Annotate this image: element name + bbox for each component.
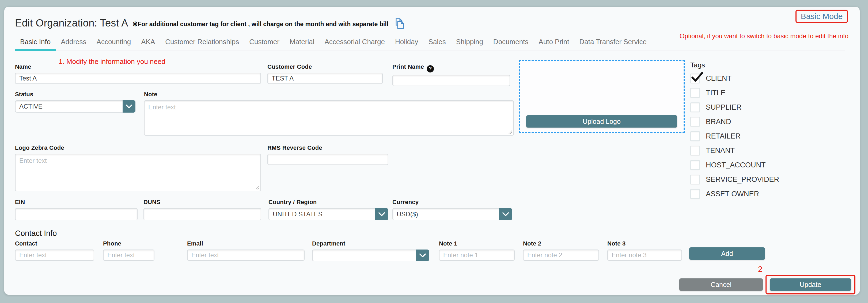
note3-label: Note 3 (607, 240, 682, 247)
step2-annotation: 2 (758, 265, 763, 274)
title-note: ※For additional customer tag for client … (132, 19, 389, 28)
currency-select[interactable]: USD($) (392, 208, 512, 221)
tag-checkbox-host-account[interactable] (690, 160, 700, 170)
note1-label: Note 1 (439, 240, 515, 247)
department-select[interactable] (312, 249, 429, 261)
note-textarea-wrap (144, 100, 514, 136)
tag-row-client[interactable]: CLIENT (690, 73, 779, 83)
tag-label-tenant: TENANT (706, 146, 735, 155)
phone-input[interactable] (103, 249, 154, 261)
rms-reverse-code-input[interactable] (268, 154, 389, 165)
note2-input[interactable] (523, 249, 599, 261)
page-title: Edit Organization: Test A (15, 18, 128, 29)
tag-label-asset-owner: ASSET OWNER (706, 190, 759, 198)
tag-row-supplier[interactable]: SUPPLIER (690, 102, 779, 112)
tag-row-tenant[interactable]: TENANT (690, 146, 779, 156)
country-select[interactable]: UNITED STATES (269, 208, 388, 221)
tags-section: Tags CLIENT TITLE SUPPLIER BRAND RETAILE… (690, 61, 779, 204)
chevron-down-icon[interactable] (499, 208, 512, 221)
logo-zebra-code-textarea[interactable] (15, 154, 261, 191)
customer-code-field-group: Customer Code (268, 63, 383, 84)
copy-icon[interactable] (393, 18, 405, 30)
tab-accounting[interactable]: Accounting (92, 33, 136, 50)
tag-row-title[interactable]: TITLE (690, 88, 779, 98)
add-contact-button[interactable]: Add (689, 247, 765, 260)
name-field-group: Name (15, 63, 261, 84)
rms-reverse-code-field-group: RMS Reverse Code (268, 144, 389, 165)
edit-organization-panel: Edit Organization: Test A ※For additiona… (4, 7, 860, 295)
tag-row-service-provider[interactable]: SERVICE_PROVIDER (690, 175, 779, 184)
tag-checkbox-supplier[interactable] (690, 102, 700, 112)
tab-holiday[interactable]: Holiday (390, 33, 424, 50)
tag-label-retailer: RETAILER (706, 132, 741, 140)
tab-material[interactable]: Material (284, 33, 319, 50)
tag-row-asset-owner[interactable]: ASSET OWNER (690, 189, 779, 199)
tab-address[interactable]: Address (56, 33, 91, 50)
note-label: Note (144, 91, 514, 98)
name-input[interactable] (15, 73, 261, 84)
chevron-down-icon[interactable] (375, 208, 388, 221)
tab-customer-relationships[interactable]: Customer Relationships (160, 33, 244, 50)
tag-checkbox-retailer[interactable] (690, 131, 700, 141)
basic-mode-link[interactable]: Basic Mode (801, 12, 843, 21)
note3-field-group: Note 3 (607, 240, 682, 261)
tag-checkbox-asset-owner[interactable] (690, 189, 700, 199)
duns-input[interactable] (144, 208, 261, 221)
ein-label: EIN (15, 199, 137, 206)
country-value: UNITED STATES (273, 210, 322, 218)
tab-basic-info[interactable]: Basic Info (15, 33, 56, 50)
update-button[interactable]: Update (770, 278, 851, 291)
tab-auto-print[interactable]: Auto Print (533, 33, 574, 50)
tag-row-brand[interactable]: BRAND (690, 117, 779, 127)
tab-accessorial-charge[interactable]: Accessorial Charge (319, 33, 390, 50)
tag-checkbox-tenant[interactable] (690, 146, 700, 156)
contact-info-heading: Contact Info (15, 229, 57, 238)
note1-input[interactable] (439, 249, 515, 261)
tag-row-host-account[interactable]: HOST_ACCOUNT (690, 160, 779, 170)
tag-row-retailer[interactable]: RETAILER (690, 131, 779, 141)
status-select[interactable]: ACTIVE (15, 100, 135, 112)
logo-upload-dropzone[interactable]: Upload Logo (519, 60, 685, 133)
email-field-group: Email (187, 240, 305, 261)
help-icon[interactable]: ? (427, 65, 434, 72)
tag-checkbox-brand[interactable] (690, 117, 700, 127)
phone-label: Phone (103, 240, 154, 247)
chevron-down-icon[interactable] (123, 100, 135, 112)
department-label: Department (312, 240, 429, 247)
tag-checkbox-client[interactable] (690, 73, 700, 83)
email-input[interactable] (187, 249, 305, 261)
header: Edit Organization: Test A ※For additiona… (15, 16, 405, 30)
tag-checkbox-title[interactable] (690, 88, 700, 98)
currency-label: Currency (392, 199, 512, 206)
note-textarea[interactable] (144, 100, 514, 136)
tab-sales[interactable]: Sales (424, 33, 451, 50)
cancel-button[interactable]: Cancel (679, 278, 763, 291)
duns-field-group: DUNS (144, 199, 261, 221)
print-name-label: Print Name (392, 63, 424, 70)
customer-code-input[interactable] (268, 73, 383, 84)
print-name-input[interactable] (392, 75, 510, 86)
upload-logo-button[interactable]: Upload Logo (526, 115, 677, 128)
note3-input[interactable] (607, 249, 682, 261)
tab-customer[interactable]: Customer (244, 33, 284, 50)
ein-input[interactable] (15, 208, 137, 221)
tag-label-supplier: SUPPLIER (706, 103, 742, 111)
tag-label-title: TITLE (706, 89, 725, 97)
phone-field-group: Phone (103, 240, 154, 261)
currency-value: USD($) (397, 210, 418, 218)
tab-aka[interactable]: AKA (136, 33, 160, 50)
tag-label-service-provider: SERVICE_PROVIDER (706, 175, 779, 184)
tab-documents[interactable]: Documents (488, 33, 534, 50)
logo-zebra-code-field-group: Logo Zebra Code (15, 144, 261, 191)
chevron-down-icon[interactable] (416, 249, 429, 261)
status-field-group: Status ACTIVE (15, 91, 135, 112)
tag-checkbox-service-provider[interactable] (690, 175, 700, 184)
contact-label: Contact (15, 240, 94, 247)
print-name-field-group: Print Name? (392, 63, 510, 86)
status-label: Status (15, 91, 135, 98)
tab-shipping[interactable]: Shipping (451, 33, 488, 50)
contact-input[interactable] (15, 249, 94, 261)
contact-field-group: Contact (15, 240, 94, 261)
ein-field-group: EIN (15, 199, 137, 221)
tab-data-transfer-service[interactable]: Data Transfer Service (575, 33, 652, 50)
